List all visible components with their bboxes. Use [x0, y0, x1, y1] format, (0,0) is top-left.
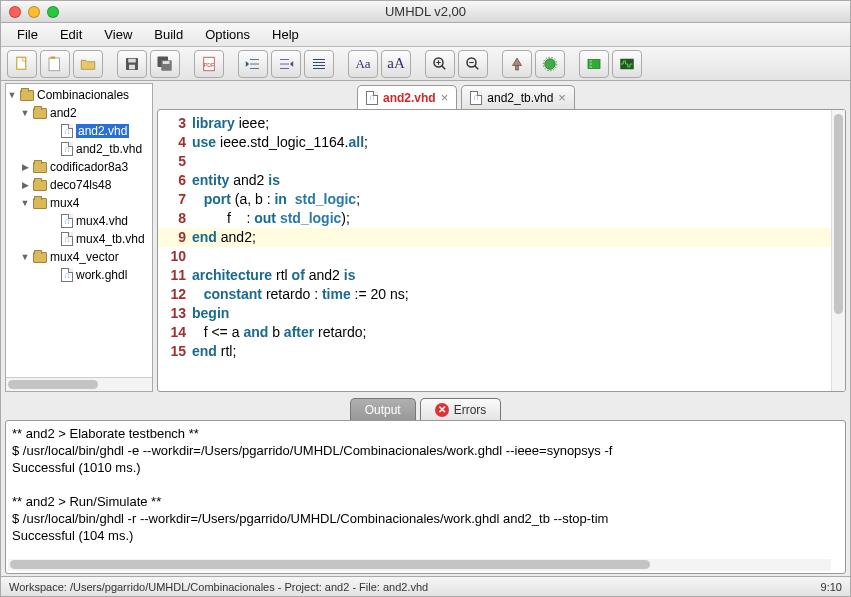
file-icon: ⎍: [61, 232, 73, 246]
file-icon: ⎍: [366, 91, 378, 105]
errors-tab-label: Errors: [454, 403, 487, 417]
svg-rect-2: [51, 56, 56, 58]
output-tab[interactable]: Output: [350, 398, 416, 420]
close-window-button[interactable]: [9, 6, 21, 18]
file-icon: ⎍: [470, 91, 482, 105]
output-panel[interactable]: ** and2 > Elaborate testbench ** $ /usr/…: [5, 420, 846, 574]
open-folder-button[interactable]: [73, 50, 103, 78]
window-title: UMHDL v2,00: [1, 4, 850, 19]
code-line[interactable]: 14 f <= a and b after retardo;: [158, 323, 831, 342]
menu-options[interactable]: Options: [195, 24, 260, 45]
font-smaller-button[interactable]: Aa: [348, 50, 378, 78]
file-icon: ⎍: [61, 214, 73, 228]
indent-button[interactable]: [271, 50, 301, 78]
zoom-in-button[interactable]: [425, 50, 455, 78]
file-icon: ⎍: [61, 268, 73, 282]
svg-rect-4: [128, 58, 136, 62]
close-icon[interactable]: ×: [558, 90, 566, 105]
svg-rect-5: [129, 64, 135, 69]
tab-label: and2_tb.vhd: [487, 91, 553, 105]
run-button[interactable]: [535, 50, 565, 78]
tree-file[interactable]: ⎍work.ghdl: [6, 266, 152, 284]
code-line[interactable]: 6entity and2 is: [158, 171, 831, 190]
code-line[interactable]: 3library ieee;: [158, 114, 831, 133]
editor-scrollbar[interactable]: [831, 110, 845, 391]
svg-text:PDF: PDF: [204, 62, 215, 68]
menu-help[interactable]: Help: [262, 24, 309, 45]
close-icon[interactable]: ×: [441, 90, 449, 105]
folder-icon: [33, 198, 47, 209]
statusbar: Workspace: /Users/pgarrido/UMHDL/Combina…: [1, 576, 850, 596]
folder-icon: [33, 180, 47, 191]
code-line[interactable]: 15end rtl;: [158, 342, 831, 361]
font-larger-button[interactable]: aA: [381, 50, 411, 78]
svg-rect-8: [163, 61, 170, 64]
tree-folder[interactable]: ▼mux4_vector: [6, 248, 152, 266]
tree-folder[interactable]: ▶deco74ls48: [6, 176, 152, 194]
errors-tab[interactable]: ✕Errors: [420, 398, 502, 420]
project-tree: ▼Combinacionales▼and2⎍and2.vhd⎍and2_tb.v…: [5, 83, 153, 392]
format-button[interactable]: [304, 50, 334, 78]
folder-icon: [33, 162, 47, 173]
status-path: Workspace: /Users/pgarrido/UMHDL/Combina…: [9, 581, 428, 593]
export-pdf-button[interactable]: PDF: [194, 50, 224, 78]
cursor-position: 9:10: [821, 581, 842, 593]
menu-view[interactable]: View: [94, 24, 142, 45]
editor-tabs: ⎍and2.vhd×⎍and2_tb.vhd×: [157, 83, 846, 109]
outdent-button[interactable]: [238, 50, 268, 78]
simulator-button[interactable]: [579, 50, 609, 78]
file-icon: ⎍: [61, 142, 73, 156]
tree-folder[interactable]: ▶codificador8a3: [6, 158, 152, 176]
menu-file[interactable]: File: [7, 24, 48, 45]
svg-rect-1: [49, 58, 60, 71]
tree-root[interactable]: ▼Combinacionales: [6, 86, 152, 104]
waveform-button[interactable]: [612, 50, 642, 78]
code-line[interactable]: 13begin: [158, 304, 831, 323]
svg-rect-0: [17, 57, 26, 69]
menubar: File Edit View Build Options Help: [1, 23, 850, 47]
svg-point-13: [545, 58, 556, 69]
tree-folder[interactable]: ▼and2: [6, 104, 152, 122]
code-line[interactable]: 11architecture rtl of and2 is: [158, 266, 831, 285]
folder-icon: [33, 108, 47, 119]
save-all-button[interactable]: [150, 50, 180, 78]
folder-icon: [33, 252, 47, 263]
tree-file[interactable]: ⎍and2_tb.vhd: [6, 140, 152, 158]
output-tab-label: Output: [365, 403, 401, 417]
new-file-button[interactable]: [7, 50, 37, 78]
code-line[interactable]: 12 constant retardo : time := 20 ns;: [158, 285, 831, 304]
minimize-window-button[interactable]: [28, 6, 40, 18]
open-file-button[interactable]: [40, 50, 70, 78]
tree-scrollbar[interactable]: [6, 377, 152, 391]
menu-edit[interactable]: Edit: [50, 24, 92, 45]
tab-label: and2.vhd: [383, 91, 436, 105]
code-line[interactable]: 5: [158, 152, 831, 171]
zoom-window-button[interactable]: [47, 6, 59, 18]
titlebar: UMHDL v2,00: [1, 1, 850, 23]
code-line[interactable]: 7 port (a, b : in std_logic;: [158, 190, 831, 209]
folder-icon: [20, 90, 34, 101]
editor-tab[interactable]: ⎍and2_tb.vhd×: [461, 85, 575, 109]
toolbar: PDF Aa aA: [1, 47, 850, 81]
tree-file[interactable]: ⎍mux4_tb.vhd: [6, 230, 152, 248]
code-line[interactable]: 8 f : out std_logic);: [158, 209, 831, 228]
file-icon: ⎍: [61, 124, 73, 138]
output-scrollbar[interactable]: [8, 559, 831, 571]
build-button[interactable]: [502, 50, 532, 78]
error-icon: ✕: [435, 403, 449, 417]
tree-file[interactable]: ⎍mux4.vhd: [6, 212, 152, 230]
code-line[interactable]: 4use ieee.std_logic_1164.all;: [158, 133, 831, 152]
output-text: ** and2 > Elaborate testbench ** $ /usr/…: [12, 426, 612, 543]
tree-folder[interactable]: ▼mux4: [6, 194, 152, 212]
menu-build[interactable]: Build: [144, 24, 193, 45]
code-line[interactable]: 10: [158, 247, 831, 266]
tree-file[interactable]: ⎍and2.vhd: [6, 122, 152, 140]
code-line[interactable]: 9end and2;: [158, 228, 831, 247]
save-button[interactable]: [117, 50, 147, 78]
zoom-out-button[interactable]: [458, 50, 488, 78]
code-editor[interactable]: 3library ieee;4use ieee.std_logic_1164.a…: [157, 109, 846, 392]
editor-tab[interactable]: ⎍and2.vhd×: [357, 85, 457, 109]
